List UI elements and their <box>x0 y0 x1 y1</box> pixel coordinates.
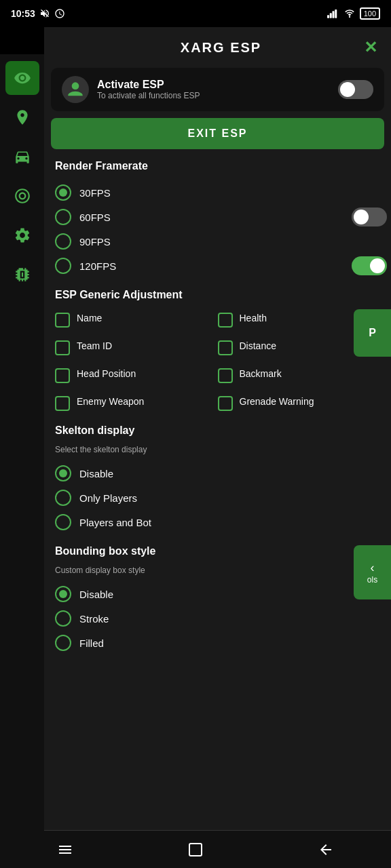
activate-text: Activate ESP To activate all functions E… <box>97 79 200 100</box>
skelton-playersbot-radio[interactable] <box>55 514 71 530</box>
bounding-box-subtitle: Custom display box style <box>55 566 380 575</box>
render-framerate-title: Render Framerate <box>55 160 380 172</box>
checkbox-backmark-label: Backmark <box>240 368 282 380</box>
checkbox-name-box[interactable] <box>55 313 70 328</box>
checkbox-backmark[interactable]: Backmark <box>218 365 381 386</box>
checkbox-name[interactable]: Name <box>55 309 218 330</box>
skelton-disable-option[interactable]: Disable <box>55 461 380 486</box>
skelton-onlyplayers-radio[interactable] <box>55 490 71 506</box>
square-icon <box>187 842 204 858</box>
bbox-disable-label: Disable <box>79 589 113 600</box>
fps-60-row: 60FPS <box>55 205 380 229</box>
fps-60-toggle[interactable] <box>352 208 387 226</box>
svg-point-4 <box>72 82 79 90</box>
activate-subtitle: To activate all functions ESP <box>97 91 200 100</box>
sidebar-item-target[interactable] <box>5 179 39 213</box>
fps-30-option[interactable]: 30FPS <box>55 180 111 205</box>
activate-esp-left: Activate ESP To activate all functions E… <box>62 76 200 103</box>
sidebar-item-car[interactable] <box>5 140 39 174</box>
checkbox-enemyweapon-box[interactable] <box>55 396 70 411</box>
fps-120-row: 120FPS <box>55 254 380 278</box>
esp-avatar-icon <box>64 79 86 100</box>
fps-90-radio[interactable] <box>55 233 71 250</box>
exit-esp-button[interactable]: EXIT ESP <box>51 118 384 149</box>
checkbox-health-label: Health <box>240 312 267 324</box>
close-button[interactable]: ✕ <box>364 38 377 57</box>
activate-esp-card: Activate ESP To activate all functions E… <box>51 68 384 111</box>
skelton-playersbot-option[interactable]: Players and Bot <box>55 510 380 534</box>
checkbox-grenadewarning[interactable]: Grenade Warning <box>218 393 381 414</box>
checkbox-backmark-box[interactable] <box>218 368 233 383</box>
mute-icon <box>39 8 50 19</box>
green-p-tab[interactable]: P <box>354 309 391 357</box>
svg-rect-3 <box>335 9 337 18</box>
bbox-disable-option[interactable]: Disable <box>55 582 380 606</box>
esp-generic-section: ESP Generic Adjustment P Name Health <box>44 289 391 425</box>
fps-30-row: 30FPS <box>55 180 380 205</box>
menu-icon <box>57 842 73 858</box>
settings-icon <box>14 226 31 244</box>
esp-generic-title: ESP Generic Adjustment <box>55 289 380 301</box>
fps-120-option[interactable]: 120FPS <box>55 254 116 278</box>
bbox-filled-label: Filled <box>79 637 104 649</box>
back-arrow-label: ‹ <box>371 561 375 575</box>
checkbox-name-label: Name <box>77 312 102 324</box>
fps-90-option[interactable]: 90FPS <box>55 229 380 254</box>
fps-120-toggle[interactable] <box>352 256 387 275</box>
svg-rect-2 <box>332 11 334 18</box>
bbox-filled-radio[interactable] <box>55 635 71 651</box>
bbox-filled-option[interactable]: Filled <box>55 631 380 655</box>
svg-rect-0 <box>327 15 329 18</box>
skelton-playersbot-label: Players and Bot <box>79 517 151 528</box>
signal-icon <box>327 9 339 18</box>
checkbox-headposition-box[interactable] <box>55 368 70 383</box>
back-icon <box>318 842 334 858</box>
checkbox-health-box[interactable] <box>218 313 233 328</box>
fps-60-radio[interactable] <box>55 209 71 225</box>
checkbox-headposition[interactable]: Head Position <box>55 365 218 386</box>
sidebar-item-location[interactable] <box>5 100 39 134</box>
svg-rect-5 <box>189 844 202 856</box>
checkbox-distance-label: Distance <box>240 340 276 352</box>
tools-label: ols <box>367 575 377 585</box>
nav-menu[interactable] <box>45 836 86 863</box>
checkbox-enemyweapon[interactable]: Enemy Weapon <box>55 393 218 414</box>
checkbox-distance-box[interactable] <box>218 340 233 355</box>
p-tab-label: P <box>369 327 376 339</box>
fps-60-option[interactable]: 60FPS <box>55 205 111 229</box>
chip-icon <box>14 266 31 283</box>
sidebar-item-chip[interactable] <box>5 258 39 292</box>
nav-home[interactable] <box>175 836 216 863</box>
fps-30-radio[interactable] <box>55 184 71 201</box>
time: 10:53 <box>11 8 35 19</box>
render-framerate-section: Render Framerate 30FPS 60FPS <box>44 160 391 289</box>
bounding-box-section: ‹ ols Bounding box style Custom display … <box>44 545 391 666</box>
sidebar-item-settings[interactable] <box>5 218 39 252</box>
sidebar-item-eye[interactable] <box>5 61 39 95</box>
fps-120-radio[interactable] <box>55 258 71 274</box>
bounding-box-title: Bounding box style <box>55 545 380 557</box>
checkbox-grenadewarning-box[interactable] <box>218 396 233 411</box>
battery: 100 <box>360 7 380 20</box>
fps-60-label: 60FPS <box>79 212 111 223</box>
green-tools-tab[interactable]: ‹ ols <box>354 545 391 599</box>
checkbox-teamid[interactable]: Team ID <box>55 337 218 358</box>
esp-icon <box>62 76 89 103</box>
header-title: XARG ESP <box>78 40 364 56</box>
location-icon <box>14 108 31 126</box>
skelton-disable-label: Disable <box>79 468 113 479</box>
skelton-onlyplayers-option[interactable]: Only Players <box>55 486 380 510</box>
nav-back[interactable] <box>305 836 346 863</box>
bbox-disable-radio[interactable] <box>55 586 71 602</box>
alarm-icon <box>54 8 65 19</box>
bbox-stroke-option[interactable]: Stroke <box>55 606 380 631</box>
checkbox-teamid-box[interactable] <box>55 340 70 355</box>
activate-esp-toggle[interactable] <box>338 80 373 99</box>
main-panel: XARG ESP ✕ Activate ESP To activate all … <box>44 27 391 841</box>
skelton-display-section: Skelton display Select the skelton displ… <box>44 425 391 545</box>
skelton-disable-radio[interactable] <box>55 465 71 481</box>
fps-90-label: 90FPS <box>79 236 111 248</box>
esp-checkbox-grid: Name Health Team ID Distan <box>55 309 380 414</box>
skelton-subtitle: Select the skelton display <box>55 445 380 454</box>
bbox-stroke-radio[interactable] <box>55 610 71 627</box>
